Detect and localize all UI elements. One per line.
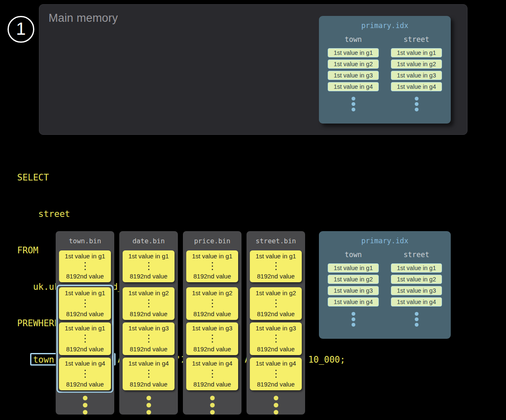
granule-last-value: 8192nd value xyxy=(193,345,231,353)
ellipsis-icon xyxy=(212,335,213,343)
column-header-street: street xyxy=(403,35,429,44)
index-entry: 1st value in g4 xyxy=(328,297,379,307)
granule-last-value: 8192nd value xyxy=(130,345,167,353)
primary-index-title: primary.idx xyxy=(319,21,451,30)
sql-line-street: street xyxy=(17,208,345,220)
primary-index-title: primary.idx xyxy=(319,237,451,245)
diagram-canvas: 1 Main memory primary.idx town 1st value… xyxy=(0,0,506,420)
granule-last-value: 8192nd value xyxy=(130,310,167,317)
step-number-badge: 1 xyxy=(8,16,34,43)
primary-index-column-street: street 1st value in g1 1st value in g2 1… xyxy=(391,35,442,111)
granule-first-value: 1st value in g4 xyxy=(128,360,169,367)
index-entry: 1st value in g3 xyxy=(391,286,442,295)
granule-block: 1st value in g1 8192nd value xyxy=(59,322,111,355)
granule-block: 1st value in g1 8192nd value xyxy=(186,250,238,282)
column-header-street: street xyxy=(403,250,429,259)
bin-title: date.bin xyxy=(132,237,164,245)
granule-last-value: 8192nd value xyxy=(66,345,104,353)
granule-block: 1st value in g1 8192nd value xyxy=(250,250,302,282)
primary-index-column-town: town 1st value in g1 1st value in g2 1st… xyxy=(328,250,379,327)
granule-last-value: 8192nd value xyxy=(66,381,104,388)
index-entry: 1st value in g3 xyxy=(328,71,379,80)
index-entry: 1st value in g1 xyxy=(328,48,379,57)
primary-index-columns: town 1st value in g1 1st value in g2 1st… xyxy=(319,250,451,327)
ellipsis-icon xyxy=(275,299,277,307)
ellipsis-icon xyxy=(275,262,277,270)
granule-block: 1st value in g1 8192nd value xyxy=(59,287,111,320)
column-files-row: town.bin 1st value in g1 8192nd value 1s… xyxy=(56,231,305,415)
granule-first-value: 1st value in g4 xyxy=(192,360,233,367)
granule-block: 1st value in g4 8192nd value xyxy=(59,358,111,390)
sql-indent xyxy=(17,355,33,365)
primary-index-panel-disk: primary.idx town 1st value in g1 1st val… xyxy=(319,231,451,339)
ellipsis-icon xyxy=(274,396,278,415)
ellipsis-icon xyxy=(146,396,151,415)
ellipsis-icon xyxy=(415,312,419,327)
primary-index-columns: town 1st value in g1 1st value in g2 1st… xyxy=(319,35,451,111)
granule-block: 1st value in g4 8192nd value xyxy=(123,358,175,390)
granule-last-value: 8192nd value xyxy=(193,310,231,317)
granule-first-value: 1st value in g1 xyxy=(65,253,105,260)
step-number: 1 xyxy=(16,20,26,38)
granule-first-value: 1st value in g3 xyxy=(256,325,296,332)
granule-block: 1st value in g2 8192nd value xyxy=(123,287,175,320)
ellipsis-icon xyxy=(275,370,277,378)
granule-block: 1st value in g1 8192nd value xyxy=(123,250,175,282)
ellipsis-icon xyxy=(275,335,277,343)
index-entry: 1st value in g1 xyxy=(391,263,442,273)
index-entry: 1st value in g2 xyxy=(391,275,442,284)
granule-first-value: 1st value in g4 xyxy=(256,360,296,367)
granule-last-value: 8192nd value xyxy=(66,310,104,317)
index-entry: 1st value in g3 xyxy=(391,71,442,80)
index-entry: 1st value in g1 xyxy=(328,263,379,273)
ellipsis-icon xyxy=(212,370,213,378)
index-entry: 1st value in g2 xyxy=(328,275,379,284)
index-entry: 1st value in g3 xyxy=(328,286,379,295)
granule-last-value: 8192nd value xyxy=(193,381,231,388)
sql-line-select: SELECT xyxy=(17,172,345,184)
granule-last-value: 8192nd value xyxy=(66,273,104,280)
granule-block: 1st value in g2 8192nd value xyxy=(186,287,238,320)
column-header-town: town xyxy=(345,35,362,44)
bin-column-street: street.bin 1st value in g1 8192nd value … xyxy=(247,231,305,415)
primary-index-panel-memory: primary.idx town 1st value in g1 1st val… xyxy=(319,16,451,124)
ellipsis-icon xyxy=(85,262,86,270)
index-entry: 1st value in g4 xyxy=(328,82,379,91)
granule-last-value: 8192nd value xyxy=(130,273,167,280)
bin-column-date: date.bin 1st value in g1 8192nd value 1s… xyxy=(119,231,178,415)
granule-first-value: 1st value in g1 xyxy=(128,253,169,260)
index-entry: 1st value in g2 xyxy=(391,59,442,69)
granule-block: 1st value in g3 8192nd value xyxy=(186,322,238,355)
granule-block: 1st value in g3 8192nd value xyxy=(250,322,302,355)
ellipsis-icon xyxy=(352,97,355,111)
granule-first-value: 1st value in g3 xyxy=(192,325,233,332)
granule-last-value: 8192nd value xyxy=(257,273,295,280)
ellipsis-icon xyxy=(85,370,86,378)
granule-first-value: 1st value in g2 xyxy=(192,289,233,296)
granule-group: 1st value in g2 8192nd value 1st value i… xyxy=(247,285,304,393)
granule-first-value: 1st value in g2 xyxy=(256,289,296,296)
granule-block: 1st value in g3 8192nd value xyxy=(123,322,175,355)
index-entry: 1st value in g4 xyxy=(391,297,442,307)
ellipsis-icon xyxy=(148,370,149,378)
granule-first-value: 1st value in g3 xyxy=(128,325,169,332)
ellipsis-icon xyxy=(148,262,149,270)
granule-block: 1st value in g2 8192nd value xyxy=(250,287,302,320)
granule-block: 1st value in g4 8192nd value xyxy=(250,358,302,390)
granule-first-value: 1st value in g2 xyxy=(128,289,169,296)
granule-last-value: 8192nd value xyxy=(193,273,231,280)
granule-last-value: 8192nd value xyxy=(257,345,295,353)
granule-last-value: 8192nd value xyxy=(257,310,295,317)
ellipsis-icon xyxy=(352,312,355,327)
bin-title: town.bin xyxy=(69,237,101,245)
ellipsis-icon xyxy=(212,299,213,307)
ellipsis-icon xyxy=(83,396,87,415)
ellipsis-icon xyxy=(415,97,419,111)
primary-index-column-street: street 1st value in g1 1st value in g2 1… xyxy=(391,250,442,327)
index-entry: 1st value in g2 xyxy=(328,59,379,69)
bin-title: price.bin xyxy=(194,237,231,245)
ellipsis-icon xyxy=(148,299,149,307)
granule-first-value: 1st value in g1 xyxy=(65,325,105,332)
primary-index-column-town: town 1st value in g1 1st value in g2 1st… xyxy=(328,35,379,111)
granule-first-value: 1st value in g1 xyxy=(192,253,233,260)
